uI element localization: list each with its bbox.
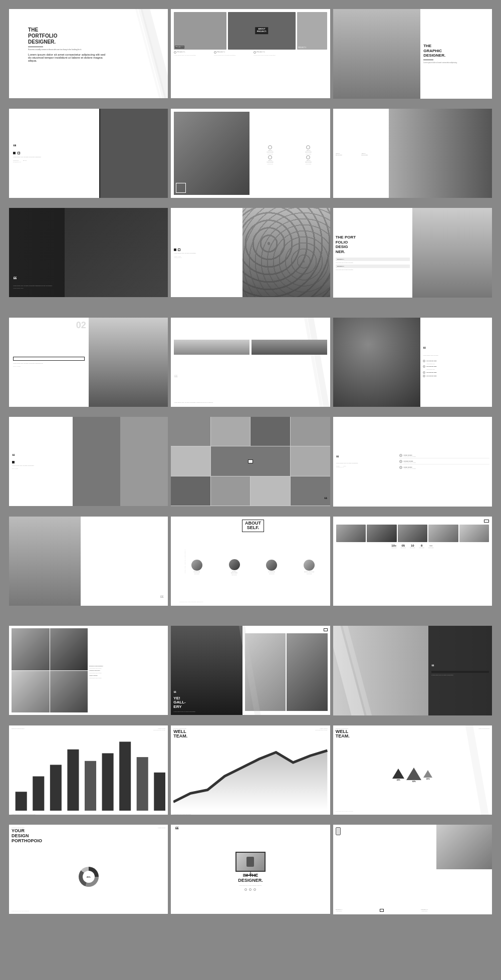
row-7: Business Development Lorem ipsum dolor s… [4,621,497,720]
slide3-body: Lorem ipsum dolor sit amet consectetur a… [423,62,489,64]
slide-your-design: Business Development Lorem ipsum dolor s… [9,626,168,715]
slide-portfolio-designer-2: ABOUTDESIGNER Lorem ipsum ABOUTDESIGNER … [171,109,330,198]
row-2: “ Lorem ipsum dolor sit amet consectetur… [4,104,497,203]
row-6: “ THE ON TEAM PROJECT ABOUT SELF. [4,512,497,611]
slide-we-can-large: 02 Lorem ipsum dolor sit amet consectetu… [9,318,168,407]
slide-project-thumbnails: PROJECT 2 ABOUT PROJECT. PROJECT 3 [171,9,330,98]
slide1-title: THE PORTFOLIO DESIGNER. [28,27,108,45]
slide-graphic-designer: THE GRAPHIC DESIGNER. Lorem ipsum dolor … [333,9,492,99]
svg-rect-5 [102,753,114,811]
slide-we-can-1: “ Lorem ipsum dolor sit amet consectetur… [9,109,168,198]
svg-rect-7 [137,757,148,811]
slide-about-handphone: PROJECT 1Lorem ipsum PROJECT 2Lorem ipsu… [333,825,492,914]
slide-we-can-2: Lorem ipsum dolor sit amet consectetur. … [171,208,330,297]
slide17-title: ABOUT SELF. [245,521,261,531]
slide-im-designer: “ YE! GALL- ERY Lorem ipsum dolor sit am… [171,626,330,715]
slide-about-team-road: “ [9,517,168,606]
svg-rect-2 [50,765,62,811]
slide-about-self: “ Lorem ipsum dolor sit amet consectetur… [171,318,330,407]
slide-im-designer-2: “ Lorem ipsum dolor sit amet consectetur… [333,626,492,715]
svg-rect-1 [33,776,44,811]
slide-about-sales-line: Business Development WELL TEAM. Latest S… [171,725,330,815]
slide-ye-gallery: “ [171,417,330,506]
row-gap-1 [4,303,497,313]
svg-rect-4 [85,761,96,811]
slide9-title: THE PORT FOLIO DESIG NER. [336,235,410,254]
slide-dark-portfolio: “ Lorem ipsum dolor sit amet consectetur… [9,208,168,297]
slide20-title: YE! GALL- ERY [173,696,195,709]
slide-graphic-designer-2: THE PORT FOLIO DESIG NER. PROJECT 1 Lore… [333,208,492,298]
row-3: “ Lorem ipsum dolor sit amet consectetur… [4,203,497,303]
row-5: “ Lorem ipsum dolor sit amet consectetur… [4,412,497,512]
row-gap-2 [4,611,497,621]
slide-the-mockup: “ IM THE DESIGNER. Lorem ipsum dolor sit… [171,825,330,914]
slide3-title: THE GRAPHIC DESIGNER. [423,44,489,58]
page-container: THE PORTFOLIO DESIGNER. Success usually … [0,0,501,923]
slide-we-can-services-2: “ Lorem ipsum dolor sit amet consectetur… [333,417,492,507]
slide24-title: WELL TEAM. [336,729,350,740]
slide-we-can-services: “ Lorem ipsum dolor sit amet. Our Servic… [333,318,492,407]
slide-well-team-2: 10+ DESIGNER 05 DESIGNER 10 DESIGNER 8 D… [333,517,492,606]
svg-rect-0 [16,792,27,811]
slide-about-sales-pie: Business Development Your Design Porthop… [9,825,168,914]
slide23-title: WELL TEAM. [173,729,187,740]
slide-we-can-portrait: “ Lorem ipsum dolor sit amet consectetur… [9,417,168,506]
slide-about-sales-triangle: Business Development WELL TEAM. Sales De… [333,725,492,815]
slide25-title: Your Design Porthopoio [12,829,42,844]
svg-rect-6 [119,742,131,811]
slide-portfolio-designer-3: ABOUTDESIGNER ABOUTDESIGNER [333,109,492,198]
row-4: 02 Lorem ipsum dolor sit amet consectetu… [4,313,497,412]
slide-portfolio-title: THE PORTFOLIO DESIGNER. Success usually … [9,9,168,98]
svg-rect-3 [67,749,79,811]
svg-rect-8 [154,772,165,811]
row-8: Business Development Latest StoriesLorem… [4,720,497,820]
row-9: Business Development Your Design Porthop… [4,820,497,919]
slide1-body: Lorem ipsum dolor sit amet consectetur a… [28,53,108,62]
slide10-quote [13,357,85,361]
slide2-featured: ABOUT PROJECT. [257,29,267,34]
slide1-subtitle: Success usually comes to those who are t… [28,49,108,51]
slide-about-sales-bar: Business Development Latest StoriesLorem… [9,725,168,815]
row-1: THE PORTFOLIO DESIGNER. Success usually … [4,4,497,104]
slide-well-team: THE ON TEAM PROJECT ABOUT SELF. SOMEONE … [171,517,330,606]
slide10-num: 02 [76,320,86,331]
